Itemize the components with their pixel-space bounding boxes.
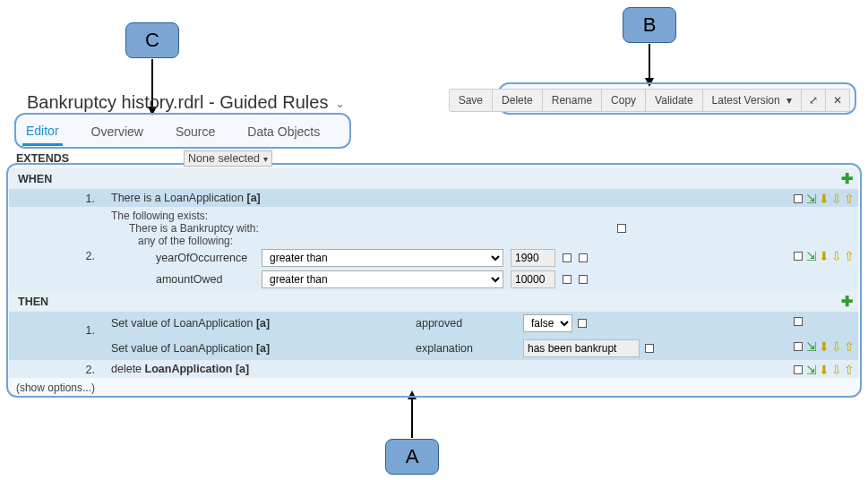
then-1a-body[interactable]: Set value of LoanApplication [a] approve… — [107, 312, 786, 335]
then-1b-body[interactable]: Set value of LoanApplication [a] explana… — [107, 337, 786, 360]
move-down2-icon[interactable]: ⇩ — [831, 364, 842, 376]
connector-icon[interactable] — [794, 317, 803, 326]
when-2-l1[interactable]: The following exists: — [111, 210, 783, 222]
tab-source[interactable]: Source — [172, 119, 219, 144]
connector-icon[interactable] — [578, 319, 587, 328]
move-down-icon[interactable]: ⬇ — [819, 340, 829, 353]
delete-button[interactable]: Delete — [492, 89, 543, 112]
connector-icon[interactable] — [794, 194, 803, 203]
connector-icon[interactable] — [617, 224, 626, 233]
when-2-l2[interactable]: There is a Bankruptcy with: — [111, 222, 259, 235]
move-up-icon[interactable]: ⇧ — [844, 364, 855, 376]
field-amount-label[interactable]: amountOwed — [156, 273, 254, 286]
when-2-l3[interactable]: any of the following: — [111, 235, 783, 247]
value-amount-input[interactable] — [511, 270, 555, 288]
tab-data-objects[interactable]: Data Objects — [244, 119, 323, 144]
page-title[interactable]: Bankruptcy history.rdrl - Guided Rules ⌄ — [27, 92, 345, 113]
callout-b: B — [623, 7, 676, 43]
field-year-label[interactable]: yearOfOccurrence — [156, 252, 254, 264]
move-down2-icon[interactable]: ⇩ — [831, 250, 842, 262]
move-down-icon[interactable]: ⬇ — [819, 250, 829, 262]
when-row-2: 2. The following exists: There is a Bank… — [9, 207, 858, 291]
toolbar: Save Delete Rename Copy Validate Latest … — [449, 89, 850, 112]
extends-row: EXTENDS None selected ▾ — [9, 150, 858, 168]
rename-button[interactable]: Rename — [542, 89, 602, 112]
version-dropdown[interactable]: Latest Version ▾ — [702, 89, 802, 112]
row-number: 1. — [9, 189, 107, 205]
when-1-bold: [a] — [246, 192, 260, 204]
add-then-icon[interactable]: ✚ — [841, 293, 853, 310]
validate-button[interactable]: Validate — [645, 89, 702, 112]
then-2-bold: LoanApplication [a] — [145, 363, 250, 375]
tab-overview[interactable]: Overview — [88, 119, 147, 144]
rule-panel: EXTENDS None selected ▾ WHEN ✚ 1. There … — [9, 150, 858, 394]
add-icon[interactable]: ⇲ — [806, 250, 817, 262]
row-number: 2. — [9, 360, 107, 376]
close-button[interactable]: ✕ — [825, 89, 850, 112]
connector-icon[interactable] — [579, 275, 588, 284]
then-row-1b: Set value of LoanApplication [a] explana… — [9, 337, 858, 360]
version-label: Latest Version — [712, 94, 780, 107]
connector-icon[interactable] — [794, 365, 803, 374]
add-icon[interactable]: ⇲ — [806, 364, 817, 376]
tab-editor[interactable]: Editor — [22, 118, 63, 146]
move-down2-icon[interactable]: ⇩ — [831, 193, 842, 205]
chevron-down-icon: ▾ — [263, 154, 268, 164]
then-2-text: delete — [111, 363, 145, 375]
then-1b-bold: [a] — [256, 342, 270, 355]
copy-button[interactable]: Copy — [601, 89, 646, 112]
show-options-row: (show options...) — [9, 378, 858, 394]
then-1a-bold: [a] — [256, 317, 270, 330]
connector-icon[interactable] — [579, 253, 588, 262]
row-number-empty — [9, 337, 107, 340]
add-icon[interactable]: ⇲ — [806, 193, 817, 205]
tabstrip: Editor Overview Source Data Objects — [22, 117, 323, 146]
save-button[interactable]: Save — [449, 89, 493, 112]
expand-icon: ⤢ — [809, 93, 818, 107]
operator-year-select[interactable]: greater than — [262, 249, 503, 267]
value-year-input[interactable] — [511, 249, 555, 267]
when-2-body: The following exists: There is a Bankrup… — [107, 207, 786, 291]
then-2-body[interactable]: delete LoanApplication [a] — [107, 360, 786, 378]
connector-icon[interactable] — [794, 252, 803, 261]
row-controls: ⇲ ⬇ ⇩ ⇧ — [806, 340, 855, 353]
arrow-b — [649, 44, 650, 80]
connector-icon[interactable] — [645, 344, 654, 353]
chevron-down-icon: ⌄ — [335, 97, 345, 110]
then-row-1a: 1. Set value of LoanApplication [a] appr… — [9, 312, 858, 337]
row-controls: ⇲ ⬇ ⇩ ⇧ — [806, 193, 855, 205]
move-up-icon[interactable]: ⇧ — [844, 340, 855, 353]
connector-icon[interactable] — [563, 253, 572, 262]
connector-icon[interactable] — [563, 275, 572, 284]
when-label: WHEN — [14, 171, 56, 187]
arrow-a — [411, 398, 413, 438]
connector-icon[interactable] — [794, 342, 803, 351]
approved-select[interactable]: false — [523, 314, 572, 332]
then-1b-text: Set value of LoanApplication — [111, 342, 256, 355]
add-when-icon[interactable]: ✚ — [841, 170, 853, 187]
extends-select[interactable]: None selected ▾ — [184, 150, 272, 167]
page-title-text: Bankruptcy history.rdrl - Guided Rules — [27, 92, 328, 112]
move-down2-icon[interactable]: ⇩ — [831, 340, 842, 353]
move-up-icon[interactable]: ⇧ — [844, 193, 855, 205]
show-options-link[interactable]: (show options...) — [9, 378, 107, 394]
then-header: THEN ✚ — [9, 291, 858, 312]
move-up-icon[interactable]: ⇧ — [844, 250, 855, 262]
explanation-input[interactable] — [523, 339, 640, 357]
add-icon[interactable]: ⇲ — [806, 340, 817, 353]
row-number: 2. — [9, 207, 107, 262]
extends-value: None selected — [188, 152, 260, 165]
then-label: THEN — [14, 294, 52, 310]
chevron-down-icon: ▾ — [786, 93, 792, 107]
expand-button[interactable]: ⤢ — [801, 89, 826, 112]
move-down-icon[interactable]: ⬇ — [819, 193, 829, 205]
operator-amount-select[interactable]: greater than — [262, 270, 503, 288]
when-1-body[interactable]: There is a LoanApplication [a] — [107, 189, 786, 207]
row-number: 1. — [9, 312, 107, 337]
extends-label: EXTENDS — [13, 150, 73, 167]
when-row-1: 1. There is a LoanApplication [a] ⇲ ⬇ ⇩ … — [9, 189, 858, 207]
then-1b-field: explanation — [416, 342, 523, 355]
callout-a: A — [385, 439, 439, 475]
move-down-icon[interactable]: ⬇ — [819, 364, 829, 376]
then-row-2: 2. delete LoanApplication [a] ⇲ ⬇ ⇩ ⇧ — [9, 360, 858, 378]
